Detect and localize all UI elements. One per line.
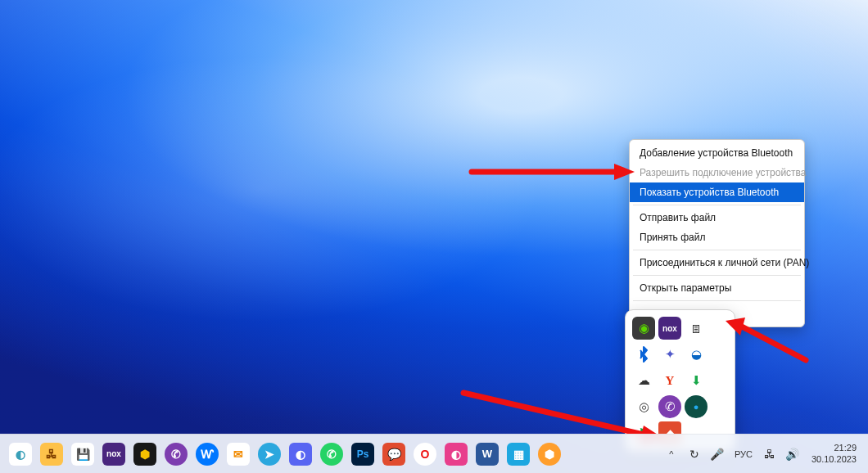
systray-sync-icon[interactable]: ↻ (685, 445, 703, 463)
bluetooth-context-menu: Добавление устройства Bluetooth Разрешит… (629, 139, 805, 327)
taskbar-app-chat[interactable]: 💬 (380, 440, 408, 468)
taskbar-app-viber[interactable]: ✆ (162, 440, 190, 468)
taskbar-app-app-1[interactable]: ◐ (7, 440, 34, 468)
tray-torrent-icon[interactable]: ⬇ (685, 369, 708, 392)
tray-bluetooth-icon[interactable] (632, 343, 655, 366)
taskbar-right-cluster: ^ ↻ 🎤 РУС 🖧 🔊 21:29 30.10.2023 (662, 443, 861, 466)
taskbar-app-nox[interactable]: nox (100, 440, 128, 468)
taskbar-app-ps[interactable]: Ps (349, 440, 377, 468)
taskbar-app-app-3[interactable]: 💾 (69, 440, 97, 468)
menu-item-add-device[interactable]: Добавление устройства Bluetooth (630, 143, 804, 163)
taskbar-app-word[interactable]: W (473, 440, 501, 468)
systray-overflow-chevron[interactable]: ^ (662, 445, 680, 463)
taskbar-app-cube[interactable]: ⬢ (131, 440, 159, 468)
systray-mic-icon[interactable]: 🎤 (708, 445, 726, 463)
tray-edge-icon[interactable]: ◒ (685, 343, 708, 366)
svg-line-4 (463, 393, 647, 435)
taskbar-app-whatsapp[interactable]: ✆ (318, 440, 346, 468)
tray-viber-icon[interactable]: ✆ (658, 395, 681, 418)
systray-volume-icon[interactable]: 🔊 (784, 445, 802, 463)
menu-item-receive-file[interactable]: Принять файл (630, 227, 804, 247)
menu-item-open-settings[interactable]: Открыть параметры (630, 278, 804, 298)
taskbar-app-pink[interactable]: ◐ (442, 440, 470, 468)
taskbar-app-mail[interactable]: ✉ (224, 440, 252, 468)
tray-teams-icon[interactable]: ✦ (658, 343, 681, 366)
taskbar-app-opera[interactable]: O (411, 440, 439, 468)
systray-overflow-flyout: ◉ nox 🗏 ✦ ◒ ☁ Y ⬇ ◎ ✆ ● ⚑ ◆ (625, 309, 735, 452)
menu-item-send-file[interactable]: Отправить файл (630, 208, 804, 227)
taskbar-app-app-2[interactable]: 🖧 (38, 440, 66, 468)
taskbar: ◐🖧💾nox⬢✆Ⱳ✉➤◐✆Ps💬O◐W▦⬢ ^ ↻ 🎤 РУС 🖧 🔊 21:2… (0, 434, 868, 473)
tray-security-icon[interactable]: ● (685, 395, 708, 418)
taskbar-app-telegram[interactable]: ➤ (255, 440, 283, 468)
clock-date: 30.10.2023 (811, 454, 857, 466)
taskbar-clock[interactable]: 21:29 30.10.2023 (807, 443, 861, 466)
menu-item-allow-connection: Разрешить подключение устройства (630, 163, 804, 182)
tray-cloud-icon[interactable]: ☁ (632, 369, 655, 392)
tray-nvidia-icon[interactable]: ◉ (632, 317, 655, 340)
taskbar-app-hex[interactable]: ⬢ (536, 440, 563, 468)
svg-line-2 (740, 326, 806, 360)
clock-time: 21:29 (811, 443, 857, 454)
taskbar-app-photos[interactable]: ▦ (504, 440, 532, 468)
menu-separator (633, 300, 801, 301)
tray-yandex-icon[interactable]: Y (658, 369, 681, 392)
tray-bubble-icon[interactable]: ◎ (632, 395, 655, 418)
tray-nox-icon[interactable]: nox (658, 317, 681, 340)
language-indicator[interactable]: РУС (731, 449, 756, 459)
taskbar-pinned-apps: ◐🖧💾nox⬢✆Ⱳ✉➤◐✆Ps💬O◐W▦⬢ (7, 440, 563, 468)
menu-separator (633, 205, 801, 205)
systray-network-icon[interactable]: 🖧 (761, 445, 779, 463)
menu-separator (633, 250, 801, 250)
taskbar-app-discord[interactable]: ◐ (287, 440, 314, 468)
annotation-arrow-1 (467, 155, 639, 188)
menu-item-show-devices[interactable]: Показать устройства Bluetooth (630, 182, 804, 202)
menu-item-join-pan[interactable]: Присоединиться к личной сети (PAN) (630, 253, 804, 273)
taskbar-app-vk[interactable]: Ⱳ (193, 440, 221, 468)
tray-note-icon[interactable]: 🗏 (685, 317, 708, 340)
menu-separator (633, 275, 801, 276)
